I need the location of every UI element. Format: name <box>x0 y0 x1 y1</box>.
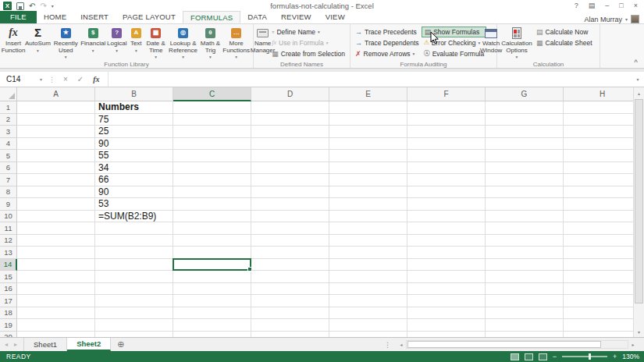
cell-C16[interactable] <box>173 283 251 296</box>
cell-H14[interactable] <box>564 259 642 272</box>
remove-arrows-button[interactable]: ✗ Remove Arrows ▾ <box>353 48 422 59</box>
cell-G12[interactable] <box>486 235 564 247</box>
cell-B3[interactable]: 25 <box>95 126 173 138</box>
cell-E5[interactable] <box>329 150 407 162</box>
tab-scroll-splitter[interactable]: ⋮ <box>384 338 391 351</box>
cell-E2[interactable] <box>329 114 407 126</box>
row-header-19[interactable]: 19 <box>0 319 17 332</box>
cell-D18[interactable] <box>251 307 329 320</box>
cell-A18[interactable] <box>17 307 95 320</box>
scroll-up-icon[interactable]: ▴ <box>634 87 644 98</box>
cell-A15[interactable] <box>17 271 95 283</box>
cell-G4[interactable] <box>486 138 564 151</box>
row-header-7[interactable]: 7 <box>0 174 17 186</box>
cell-G13[interactable] <box>486 247 564 259</box>
cell-H10[interactable] <box>564 211 642 223</box>
cell-H4[interactable] <box>564 138 642 151</box>
cell-H15[interactable] <box>564 271 642 283</box>
cell-B19[interactable] <box>95 319 173 332</box>
trace-precedents-button[interactable]: → Trace Precedents <box>353 27 422 37</box>
trace-dependents-button[interactable]: → Trace Dependents <box>353 37 422 48</box>
cell-H16[interactable] <box>564 283 642 296</box>
cell-C1[interactable] <box>173 101 251 114</box>
cell-D4[interactable] <box>251 138 329 151</box>
cell-A6[interactable] <box>17 162 95 175</box>
column-header-E[interactable]: E <box>329 87 407 101</box>
cell-G11[interactable] <box>486 222 564 235</box>
lookup-reference-button[interactable]: ◎ Lookup & Reference ▾ <box>168 26 199 62</box>
cell-A7[interactable] <box>17 174 95 186</box>
cell-B20[interactable] <box>95 332 173 338</box>
cell-E17[interactable] <box>329 295 407 307</box>
cell-F14[interactable] <box>407 259 486 272</box>
row-header-9[interactable]: 9 <box>0 198 17 211</box>
cell-C20[interactable] <box>173 332 251 338</box>
cell-E7[interactable] <box>329 174 407 186</box>
formula-input[interactable] <box>108 72 632 87</box>
evaluate-formula-button[interactable]: Ⓐ Evaluate Formula <box>422 48 487 59</box>
column-header-A[interactable]: A <box>17 87 95 101</box>
row-header-6[interactable]: 6 <box>0 162 17 175</box>
tab-review[interactable]: REVIEW <box>274 11 318 23</box>
cell-C10[interactable] <box>173 211 251 223</box>
cell-F7[interactable] <box>407 174 486 186</box>
cell-D17[interactable] <box>251 295 329 307</box>
calculate-now-button[interactable]: ▤ Calculate Now <box>534 27 595 37</box>
cell-G16[interactable] <box>486 283 564 296</box>
cell-F20[interactable] <box>407 332 486 338</box>
scroll-down-icon[interactable]: ▾ <box>634 326 644 337</box>
cell-F12[interactable] <box>407 235 486 247</box>
cell-A5[interactable] <box>17 150 95 162</box>
logical-button[interactable]: ? Logical ▾ <box>106 26 128 55</box>
calculate-sheet-button[interactable]: ▦ Calculate Sheet <box>534 37 595 48</box>
row-header-2[interactable]: 2 <box>0 114 17 126</box>
minimize-icon[interactable]: – <box>605 0 609 12</box>
cell-A2[interactable] <box>17 114 95 126</box>
cell-C18[interactable] <box>173 307 251 320</box>
cell-C6[interactable] <box>173 162 251 175</box>
vertical-scrollbar-thumb[interactable] <box>635 99 643 303</box>
cell-D8[interactable] <box>251 186 329 199</box>
insert-function-button[interactable]: fx Insert Function <box>2 26 24 55</box>
cell-F6[interactable] <box>407 162 486 175</box>
row-header-10[interactable]: 10 <box>0 211 17 223</box>
cell-G7[interactable] <box>486 174 564 186</box>
horizontal-scrollbar[interactable]: ◂ ▸ <box>397 339 638 350</box>
cell-C12[interactable] <box>173 235 251 247</box>
cell-H5[interactable] <box>564 150 642 162</box>
cell-D6[interactable] <box>251 162 329 175</box>
cell-E12[interactable] <box>329 235 407 247</box>
cell-A11[interactable] <box>17 222 95 235</box>
column-header-H[interactable]: H <box>564 87 642 101</box>
insert-function-fx-button[interactable]: fx <box>88 75 104 83</box>
zoom-in-icon[interactable]: + <box>613 353 617 360</box>
more-functions-button[interactable]: … More Functions ▾ <box>222 26 251 62</box>
cell-D7[interactable] <box>251 174 329 186</box>
cell-F19[interactable] <box>407 319 486 332</box>
cell-C17[interactable] <box>173 295 251 307</box>
avatar[interactable] <box>631 15 639 23</box>
cell-G3[interactable] <box>486 126 564 138</box>
cell-A10[interactable] <box>17 211 95 223</box>
cell-G15[interactable] <box>486 271 564 283</box>
cell-B1[interactable]: Numbers <box>95 101 173 114</box>
cell-E14[interactable] <box>329 259 407 272</box>
cell-D19[interactable] <box>251 319 329 332</box>
cell-F8[interactable] <box>407 186 486 199</box>
cell-H13[interactable] <box>564 247 642 259</box>
expand-formula-bar-icon[interactable]: ▾ <box>632 76 644 82</box>
row-header-5[interactable]: 5 <box>0 150 17 162</box>
cell-E9[interactable] <box>329 198 407 211</box>
cell-B7[interactable]: 66 <box>95 174 173 186</box>
cell-E6[interactable] <box>329 162 407 175</box>
cell-B4[interactable]: 90 <box>95 138 173 151</box>
define-name-button[interactable]: ▫ Define Name ▾ <box>269 27 347 37</box>
scroll-left-icon[interactable]: ◂ <box>397 342 406 347</box>
cell-H8[interactable] <box>564 186 642 199</box>
cell-D13[interactable] <box>251 247 329 259</box>
cell-D2[interactable] <box>251 114 329 126</box>
text-button[interactable]: A Text ▾ <box>128 26 144 55</box>
cell-B8[interactable]: 90 <box>95 186 173 199</box>
cell-A4[interactable] <box>17 138 95 151</box>
cell-C2[interactable] <box>173 114 251 126</box>
